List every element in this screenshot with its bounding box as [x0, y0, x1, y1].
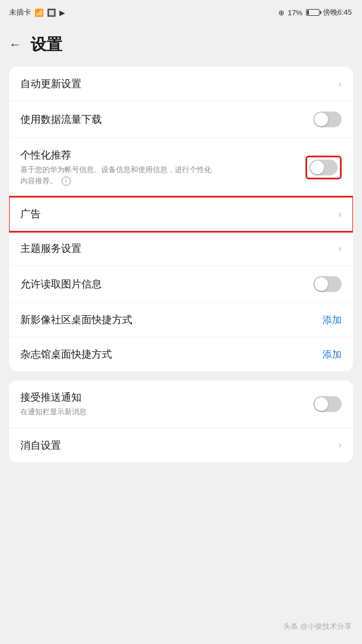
- item-title: 主题服务设置: [20, 242, 338, 255]
- list-item[interactable]: 接受推送通知 在通知栏显示新消息: [9, 380, 353, 428]
- item-title: 广告: [20, 207, 338, 221]
- battery-percent: 17%: [288, 8, 303, 17]
- item-subtitle: 基于您的华为帐号信息、设备信息和使用信息，进行个性化内容推荐。 i: [20, 164, 213, 186]
- notification-icon: ▶: [59, 8, 65, 17]
- back-button[interactable]: ←: [9, 37, 21, 52]
- chevron-right-icon: ›: [338, 439, 342, 451]
- charge-icon: ⊕: [278, 8, 285, 17]
- list-item[interactable]: 主题服务设置 ›: [9, 231, 353, 266]
- chevron-right-icon: ›: [338, 78, 342, 90]
- item-title: 新影像社区桌面快捷方式: [20, 313, 322, 327]
- item-title: 个性化推荐: [20, 148, 305, 162]
- header: ← 设置: [0, 25, 362, 67]
- chevron-right-icon: ›: [338, 243, 342, 255]
- signal-icon: 🔲: [47, 8, 56, 17]
- settings-section-1: 自动更新设置 › 使用数据流量下载 个性化推荐 基于您的华为帐号信息、设备信息和…: [9, 67, 353, 371]
- item-title: 使用数据流量下载: [20, 113, 313, 126]
- page-title: 设置: [31, 34, 62, 55]
- status-bar-right: ⊕ 17% 傍晚6:45: [278, 7, 352, 18]
- toggle-thumb: [311, 161, 324, 174]
- time-label: 傍晚6:45: [323, 7, 352, 18]
- info-icon[interactable]: i: [62, 177, 71, 186]
- push-notification-toggle[interactable]: [313, 396, 342, 412]
- add-magazine-button[interactable]: 添加: [322, 348, 342, 361]
- item-title: 杂志馆桌面快捷方式: [20, 347, 322, 361]
- read-photo-toggle[interactable]: [313, 276, 342, 292]
- list-item[interactable]: 消自设置 ›: [9, 428, 353, 462]
- status-bar: 未插卡 📶 🔲 ▶ ⊕ 17% 傍晚6:45: [0, 0, 362, 25]
- list-item[interactable]: 自动更新设置 ›: [9, 67, 353, 101]
- data-download-toggle[interactable]: [313, 111, 342, 127]
- carrier-label: 未插卡: [9, 7, 31, 18]
- settings-section-2: 接受推送通知 在通知栏显示新消息 消自设置 ›: [9, 380, 353, 462]
- toggle-thumb: [314, 397, 328, 411]
- add-community-button[interactable]: 添加: [322, 314, 342, 327]
- list-item[interactable]: 新影像社区桌面快捷方式 添加: [9, 303, 353, 337]
- chevron-right-icon: ›: [338, 208, 342, 220]
- footer-watermark: 头条 @小俊技术分享: [283, 621, 352, 632]
- battery-icon: [306, 9, 320, 16]
- personalized-toggle[interactable]: [309, 160, 338, 175]
- item-subtitle: 在通知栏显示新消息: [20, 406, 213, 418]
- status-bar-left: 未插卡 📶 🔲 ▶: [9, 7, 65, 18]
- item-title: 接受推送通知: [20, 390, 313, 404]
- list-item[interactable]: 允许读取图片信息: [9, 266, 353, 303]
- personalized-toggle-wrapper: [305, 156, 342, 179]
- list-item[interactable]: 个性化推荐 基于您的华为帐号信息、设备信息和使用信息，进行个性化内容推荐。 i: [9, 138, 353, 197]
- list-item[interactable]: 杂志馆桌面快捷方式 添加: [9, 337, 353, 371]
- item-title: 自动更新设置: [20, 77, 338, 91]
- toggle-thumb: [314, 113, 328, 126]
- item-title: 允许读取图片信息: [20, 277, 313, 291]
- list-item[interactable]: 广告 ›: [9, 197, 353, 231]
- toggle-thumb: [314, 277, 328, 291]
- list-item[interactable]: 使用数据流量下载: [9, 101, 353, 138]
- item-title: 消自设置: [20, 439, 338, 452]
- wifi-icon: 📶: [35, 8, 44, 17]
